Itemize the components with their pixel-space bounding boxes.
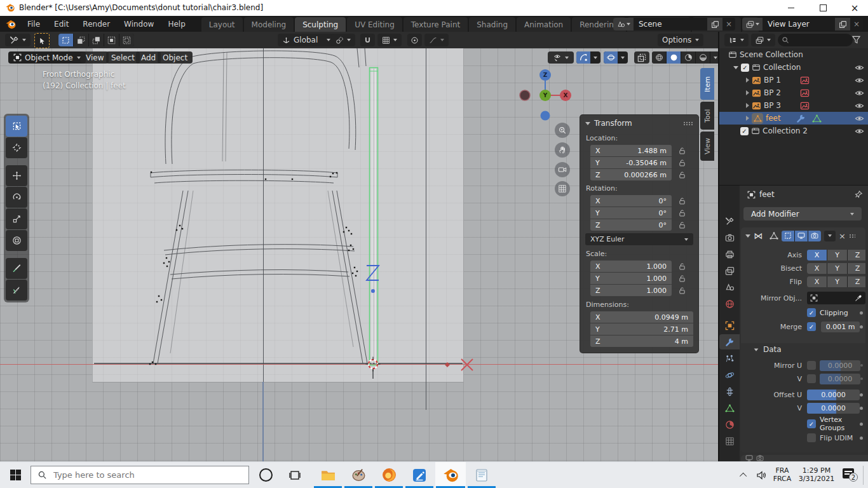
select-mode-invert[interactable] [104, 34, 119, 46]
transform-panel-header[interactable]: Transform [580, 115, 698, 132]
outliner-row-feet-selected[interactable]: feet [719, 112, 868, 125]
view-layer-browse-button[interactable] [742, 18, 763, 30]
start-button[interactable] [0, 462, 31, 488]
flip-udim-checkbox[interactable] [807, 433, 816, 442]
collection-checkbox[interactable] [740, 127, 749, 135]
dimension-x-field[interactable]: X0.0949 m [590, 311, 693, 323]
modifier-extras-dropdown[interactable] [824, 231, 836, 241]
gizmo-dropdown[interactable] [590, 57, 600, 59]
gizmo-z-axis[interactable]: Z [539, 69, 551, 81]
active-tool-indicator[interactable] [34, 33, 50, 48]
data-subpanel-header[interactable]: Data [741, 343, 865, 356]
object-menu[interactable]: Object [158, 51, 193, 64]
subpanel-expand-icon[interactable] [754, 348, 759, 351]
view-layer-name[interactable]: View Layer [763, 18, 835, 30]
show-overlays-toggle[interactable] [604, 51, 618, 64]
menu-edit[interactable]: Edit [47, 16, 76, 32]
zoom-button[interactable] [555, 123, 570, 138]
location-z-field[interactable]: Z0.000266 m [590, 169, 672, 180]
outliner-filter-icon[interactable] [851, 35, 861, 44]
offset-v-field[interactable]: 0.0000 [807, 403, 860, 414]
scale-x-field[interactable]: X1.000 [590, 261, 672, 272]
scale-z-field[interactable]: Z1.000 [590, 285, 672, 296]
clipping-checkbox[interactable] [807, 308, 816, 317]
outliner-search[interactable] [778, 34, 853, 46]
eye-icon[interactable] [855, 114, 864, 123]
properties-tab-view-layer[interactable] [719, 263, 740, 278]
scene-browse-button[interactable] [613, 18, 634, 30]
outliner-row-bp3[interactable]: BP 3 [719, 99, 868, 112]
outliner-row-collection2[interactable]: Collection 2 [719, 125, 868, 137]
properties-tab-output[interactable] [719, 247, 740, 262]
lock-icon[interactable] [678, 274, 686, 283]
properties-tab-object-data[interactable] [719, 400, 740, 416]
transform-orientation-dropdown[interactable]: Global [278, 34, 335, 46]
modifier-delete-button[interactable]: × [839, 231, 846, 241]
bisect-y-toggle[interactable]: Y [827, 263, 847, 274]
bisect-z-toggle[interactable]: Z [848, 263, 865, 274]
menu-window[interactable]: Window [117, 16, 161, 32]
disclosure-icon[interactable] [746, 78, 749, 83]
overlays-dropdown[interactable] [618, 57, 628, 59]
properties-tab-texture[interactable] [719, 433, 740, 449]
workspace-tab-shading[interactable]: Shading [469, 17, 515, 32]
eye-icon[interactable] [855, 63, 864, 72]
properties-tab-scene[interactable] [719, 280, 740, 295]
outliner-editor-type-button[interactable] [724, 34, 749, 46]
volume-button[interactable] [752, 462, 770, 488]
properties-tab-material[interactable] [719, 417, 740, 432]
lock-icon[interactable] [678, 159, 686, 167]
collection-label[interactable]: Collection 2 [763, 126, 808, 135]
tool-annotate[interactable] [6, 258, 27, 279]
editor-type-button[interactable] [5, 34, 31, 46]
language-indicator[interactable]: FRA FRCA [770, 466, 794, 483]
select-mode-intersect[interactable] [119, 34, 134, 46]
xray-toggle[interactable] [634, 51, 649, 64]
sidebar-tab-view[interactable]: View [700, 132, 714, 161]
eyedropper-icon[interactable] [855, 294, 862, 302]
disclosure-icon[interactable] [733, 66, 738, 69]
animate-dot[interactable] [860, 364, 863, 367]
show-gizmo-toggle[interactable] [576, 51, 590, 64]
axis-y-toggle[interactable]: Y [827, 250, 847, 261]
taskbar-app-journal[interactable] [405, 462, 434, 488]
camera-view-button[interactable] [555, 162, 570, 177]
maximize-button[interactable] [812, 0, 834, 16]
scene-name[interactable]: Scene [634, 18, 707, 30]
taskbar-search-box[interactable] [31, 466, 249, 484]
select-menu[interactable]: Select [106, 51, 140, 64]
modifier-edit-mode-toggle[interactable] [782, 231, 794, 241]
collection-label[interactable]: Collection [763, 63, 801, 72]
object-visibility-dropdown[interactable] [548, 51, 574, 64]
lock-icon[interactable] [678, 147, 686, 155]
lock-icon[interactable] [678, 262, 686, 271]
tool-move[interactable] [6, 165, 27, 186]
rotation-z-field[interactable]: Z0° [590, 219, 672, 231]
modifier-realtime-toggle[interactable] [795, 231, 808, 241]
modifier-drag-handle[interactable] [849, 234, 855, 238]
lock-icon[interactable] [678, 287, 686, 295]
taskbar-app-notepad[interactable] [467, 462, 496, 488]
eye-icon[interactable] [855, 76, 864, 85]
disclosure-icon[interactable] [746, 90, 749, 95]
cortana-button[interactable] [253, 462, 278, 488]
tool-measure[interactable] [6, 280, 27, 301]
select-mode-extend[interactable] [74, 34, 88, 46]
properties-tab-tool[interactable] [719, 214, 740, 229]
lock-icon[interactable] [678, 171, 686, 179]
lock-icon[interactable] [678, 221, 686, 229]
active-object-label[interactable]: feet [766, 114, 781, 123]
location-y-field[interactable]: Y-0.35046 m [590, 157, 672, 168]
animate-dot[interactable] [860, 437, 863, 440]
mirror-v-field[interactable]: 0.0000 [820, 374, 860, 384]
outliner-row-bp2[interactable]: BP 2 [719, 86, 868, 99]
workspace-tab-animation[interactable]: Animation [517, 17, 571, 32]
pivot-point-dropdown[interactable] [331, 34, 355, 46]
partially-visible-panel[interactable] [741, 455, 868, 461]
region-divider-horizontal[interactable] [719, 185, 868, 186]
taskbar-search-input[interactable] [52, 470, 226, 480]
notification-center-button[interactable]: 2 [843, 467, 859, 484]
flip-z-toggle[interactable]: Z [848, 276, 865, 287]
clock[interactable]: 1:29 PM 3/31/2021 [796, 466, 837, 483]
object-label[interactable]: BP 2 [764, 88, 781, 97]
